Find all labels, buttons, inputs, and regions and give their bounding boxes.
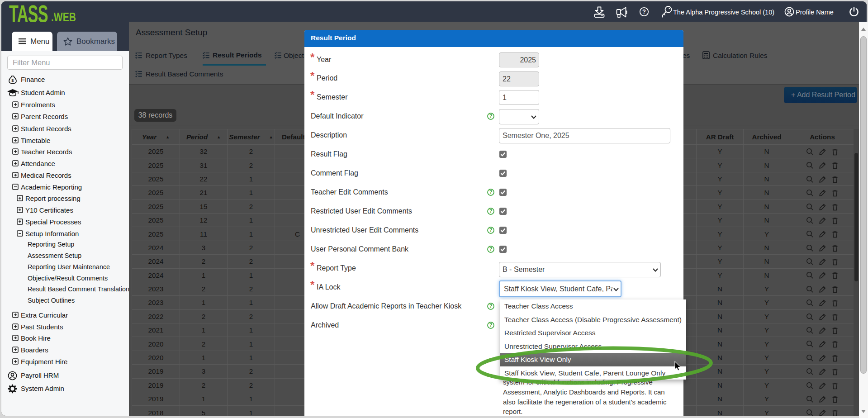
svg-text:?: ? [489, 322, 493, 328]
svg-text:?: ? [489, 189, 493, 195]
svg-text:?: ? [489, 113, 493, 119]
svg-text:?: ? [489, 227, 493, 233]
svg-text:?: ? [489, 303, 493, 309]
svg-text:?: ? [489, 246, 493, 252]
svg-text:?: ? [489, 208, 493, 214]
svg-text:?: ? [642, 8, 646, 15]
svg-text:$: $ [11, 78, 14, 83]
